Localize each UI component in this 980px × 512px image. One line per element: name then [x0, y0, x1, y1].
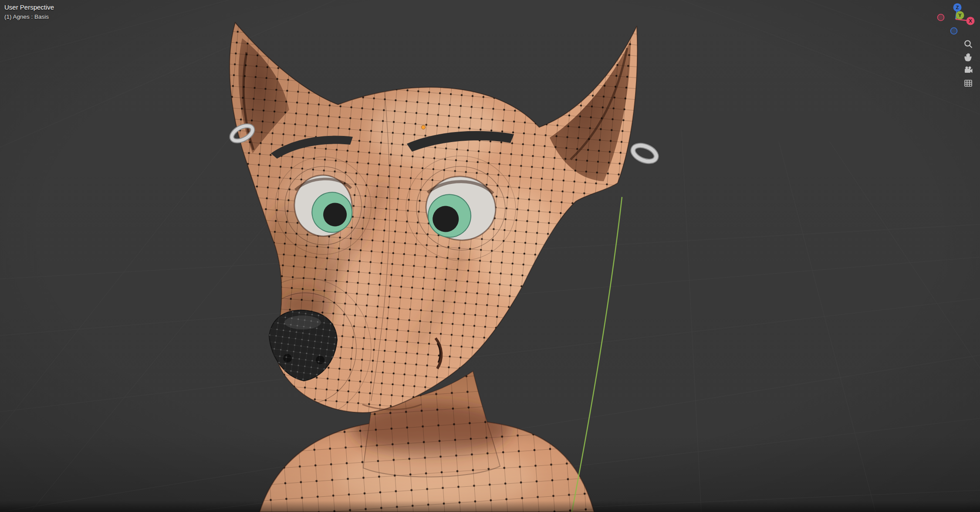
svg-text:Y: Y — [958, 13, 962, 18]
gizmo-axis-x[interactable]: X — [966, 17, 975, 25]
gizmo-axis-negz[interactable] — [951, 28, 957, 34]
gizmo-axis-z[interactable]: Z — [953, 3, 962, 12]
navigation-gizmo[interactable]: Z Y X — [936, 1, 977, 37]
camera-view-button[interactable] — [961, 64, 976, 76]
viewport-overlay-text: User Perspective (1) Agnes : Basis — [4, 3, 54, 21]
gizmo-axis-y[interactable]: Y — [956, 11, 964, 20]
grid-icon — [963, 78, 973, 88]
gizmo-axis-negx[interactable] — [938, 14, 944, 21]
perspective-label: User Perspective — [4, 3, 54, 12]
camera-icon — [963, 65, 973, 75]
vignette-overlay — [0, 0, 980, 512]
svg-text:X: X — [969, 18, 972, 24]
viewport-nav-controls — [961, 38, 976, 89]
svg-text:Z: Z — [956, 5, 959, 10]
move-view-button[interactable] — [961, 51, 976, 63]
blender-3d-viewport[interactable]: User Perspective (1) Agnes : Basis Z Y X — [0, 0, 980, 512]
active-object-label: (1) Agnes : Basis — [4, 13, 54, 21]
magnifier-icon — [963, 39, 973, 49]
toggle-perspective-button[interactable] — [961, 78, 976, 89]
hand-icon — [963, 52, 973, 62]
zoom-button[interactable] — [961, 38, 976, 50]
viewport-3d-scene[interactable] — [0, 0, 980, 512]
